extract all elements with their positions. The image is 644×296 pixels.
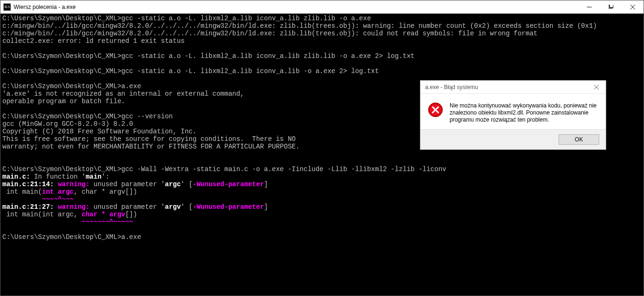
terminal-output[interactable]: C:\Users\Szymon\Desktop\C_XML>gcc -stati… [0,14,644,296]
terminal-line [2,60,642,67]
ok-button[interactable]: OK [559,134,599,145]
dialog-message: Nie można kontynuować wykonywania kodu, … [450,102,598,123]
terminal-line: C:\Users\Szymon\Desktop\C_XML>gcc -Wall … [2,165,642,173]
terminal-line: ~~~~^~~~ [2,196,642,203]
terminal-line [2,45,642,52]
dialog-close-button[interactable] [587,81,606,94]
terminal-line: collect2.exe: error: ld returned 1 exit … [2,37,642,45]
dialog-body: Nie można kontynuować wykonywania kodu, … [420,94,606,129]
terminal-line: main.c: In function 'main': [2,173,642,181]
terminal-line [2,150,642,158]
cmd-icon: C:\ [3,3,11,11]
close-button[interactable] [622,0,644,14]
terminal-line: main.c:21:27: warning: unused parameter … [2,203,642,211]
error-dialog: a.exe - Błąd systemu Nie można kontynuow… [420,80,606,150]
terminal-line: c:/mingw/bin/../lib/gcc/mingw32/8.2.0/..… [2,30,642,37]
dialog-titlebar[interactable]: a.exe - Błąd systemu [420,81,606,94]
terminal-line: int main(int argc, char * argv[]) [2,188,642,196]
window-controls [578,0,644,13]
dialog-footer: OK [420,129,606,149]
terminal-line: ~~~~~~~^~~~~~ [2,218,642,226]
error-icon [428,102,443,117]
svg-rect-2 [610,5,613,8]
terminal-line: C:\Users\Szymon\Desktop\C_XML>gcc -stati… [2,52,642,60]
terminal-line: int main(int argc, char * argv[]) [2,211,642,218]
terminal-line: C:\Users\Szymon\Desktop\C_XML>a.exe [2,233,642,241]
terminal-line: C:\Users\Szymon\Desktop\C_XML>gcc -stati… [2,15,642,22]
terminal-line [2,158,642,165]
terminal-line: C:\Users\Szymon\Desktop\C_XML>gcc -stati… [2,67,642,75]
titlebar[interactable]: C:\ Wiersz polecenia - a.exe [0,0,644,14]
maximize-button[interactable] [600,0,622,14]
window-title: Wiersz polecenia - a.exe [14,4,578,10]
minimize-button[interactable] [578,0,600,14]
terminal-line: c:/mingw/bin/../lib/gcc/mingw32/8.2.0/..… [2,22,642,30]
dialog-title: a.exe - Błąd systemu [425,84,587,90]
terminal-line [2,226,642,233]
terminal-line: main.c:21:14: warning: unused parameter … [2,181,642,188]
